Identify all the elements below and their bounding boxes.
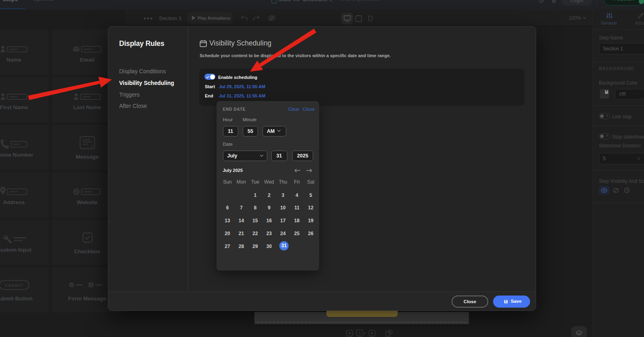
svg-text:SUBMIT: SUBMIT [5, 283, 24, 287]
svg-text:1: 1 [359, 331, 361, 336]
